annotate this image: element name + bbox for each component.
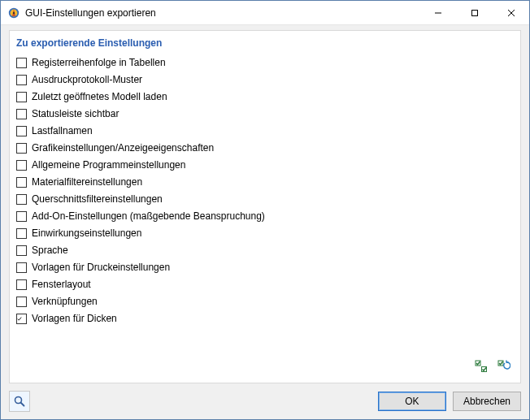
settings-item-label: Zuletzt geöffnetes Modell laden: [32, 89, 167, 105]
checkbox[interactable]: [16, 58, 27, 68]
help-icon: [13, 395, 26, 408]
settings-item[interactable]: Fensterlayout: [16, 276, 514, 292]
dialog-window: GUI-Einstellungen exportieren Zu exporti…: [0, 0, 530, 420]
settings-item[interactable]: Vorlagen für Druckeinstellungen: [16, 259, 514, 275]
window-controls: [419, 1, 529, 24]
settings-item-label: Add-On-Einstellungen (maßgebende Beanspr…: [32, 208, 265, 224]
settings-item[interactable]: Allgemeine Programmeinstellungen: [16, 157, 514, 173]
settings-item-label: Materialfiltereinstellungen: [32, 174, 142, 190]
checkbox[interactable]: [16, 177, 27, 188]
settings-item[interactable]: Sprache: [16, 242, 514, 258]
settings-item-label: Sprache: [32, 242, 68, 258]
select-all-button[interactable]: [471, 357, 491, 376]
select-all-icon: [475, 360, 488, 373]
checkbox[interactable]: [16, 228, 27, 239]
app-icon: [7, 6, 20, 19]
settings-item[interactable]: Einwirkungseinstellungen: [16, 225, 514, 241]
checkbox[interactable]: [16, 75, 27, 85]
settings-item-label: Fensterlayout: [32, 276, 91, 292]
settings-panel: Zu exportierende Einstellungen Registerr…: [9, 30, 521, 383]
settings-item-label: Einwirkungseinstellungen: [32, 225, 141, 241]
checkbox[interactable]: [16, 126, 27, 136]
settings-item[interactable]: Ausdruckprotokoll-Muster: [16, 71, 514, 88]
checkbox[interactable]: [16, 160, 27, 171]
settings-item[interactable]: Registerreihenfolge in Tabellen: [16, 54, 514, 71]
checkbox[interactable]: [16, 211, 27, 222]
settings-item[interactable]: Querschnittsfiltereinstellungen: [16, 191, 514, 207]
checkbox[interactable]: [16, 143, 27, 154]
settings-item[interactable]: Materialfiltereinstellungen: [16, 174, 514, 190]
svg-point-2: [13, 11, 15, 13]
titlebar: GUI-Einstellungen exportieren: [1, 1, 529, 25]
checkbox[interactable]: [16, 109, 27, 119]
settings-item-label: Statusleiste sichtbar: [32, 106, 119, 122]
settings-item[interactable]: Vorlagen für Dicken: [16, 310, 514, 327]
window-title: GUI-Einstellungen exportieren: [25, 7, 419, 19]
settings-item-label: Allgemeine Programmeinstellungen: [32, 157, 185, 173]
deselect-all-icon: [497, 360, 510, 373]
svg-rect-4: [471, 10, 477, 15]
svg-line-11: [21, 403, 24, 406]
cancel-button[interactable]: Abbrechen: [453, 392, 521, 411]
settings-item-label: Registerreihenfolge in Tabellen: [32, 54, 166, 71]
checkbox[interactable]: [16, 245, 27, 256]
settings-item[interactable]: Lastfallnamen: [16, 123, 514, 139]
checkbox[interactable]: [16, 194, 27, 205]
settings-list: Registerreihenfolge in TabellenAusdruckp…: [16, 54, 514, 352]
settings-item-label: Vorlagen für Dicken: [32, 310, 117, 327]
settings-item[interactable]: Grafikeinstellungen/Anzeigeeigenschaften: [16, 140, 514, 156]
settings-item-label: Lastfallnamen: [32, 123, 93, 139]
checkbox[interactable]: [16, 279, 27, 290]
settings-item[interactable]: Verknüpfungen: [16, 293, 514, 310]
checkbox[interactable]: [16, 262, 27, 273]
help-button[interactable]: [9, 391, 30, 412]
settings-item-label: Querschnittsfiltereinstellungen: [32, 191, 163, 207]
settings-item[interactable]: Add-On-Einstellungen (maßgebende Beanspr…: [16, 208, 514, 224]
panel-footer: [16, 352, 514, 376]
dialog-body: Zu exportierende Einstellungen Registerr…: [1, 25, 529, 383]
settings-item-label: Verknüpfungen: [32, 293, 98, 310]
settings-item-label: Vorlagen für Druckeinstellungen: [32, 259, 170, 275]
close-button[interactable]: [493, 1, 529, 24]
section-title: Zu exportierende Einstellungen: [16, 37, 514, 49]
maximize-button[interactable]: [456, 1, 493, 24]
minimize-button[interactable]: [419, 1, 456, 24]
checkbox[interactable]: [16, 92, 27, 102]
checkbox[interactable]: [16, 314, 27, 324]
settings-item[interactable]: Zuletzt geöffnetes Modell laden: [16, 89, 514, 105]
button-bar: OK Abbrechen: [1, 383, 529, 419]
settings-item[interactable]: Statusleiste sichtbar: [16, 106, 514, 122]
settings-item-label: Grafikeinstellungen/Anzeigeeigenschaften: [32, 140, 214, 156]
settings-item-label: Ausdruckprotokoll-Muster: [32, 71, 142, 88]
checkbox[interactable]: [16, 297, 27, 307]
ok-button[interactable]: OK: [378, 392, 446, 411]
deselect-all-button[interactable]: [494, 357, 514, 376]
